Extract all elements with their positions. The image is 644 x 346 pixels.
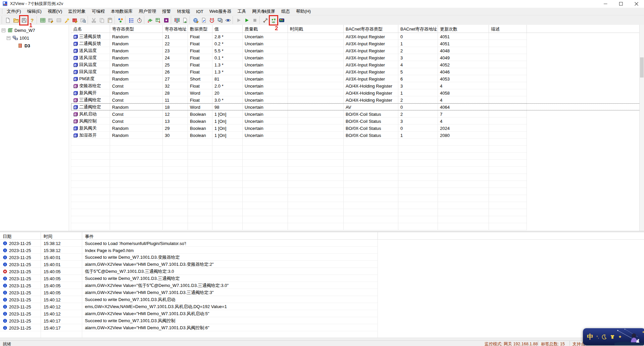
- table-vertical-scrollbar[interactable]: [639, 25, 644, 231]
- io-green-icon[interactable]: [146, 16, 154, 24]
- new-file-icon[interactable]: [4, 16, 12, 24]
- log-row[interactable]: 2023-11-2515:40:12Succeed to write Demo_…: [0, 296, 644, 303]
- menu-item-6[interactable]: 用户管理: [136, 8, 159, 15]
- minimize-button[interactable]: [598, 0, 613, 8]
- table-row-empty[interactable]: [71, 146, 644, 153]
- table-row-empty[interactable]: [71, 139, 644, 146]
- plugin-purple-icon[interactable]: [162, 16, 170, 24]
- column-header-2[interactable]: 寄存器地址: [163, 25, 188, 33]
- hmi-screen-icon[interactable]: [278, 16, 286, 24]
- table-row[interactable]: A变频器给定Const32Float2.0 *UncertainAO/4X-Ho…: [71, 82, 644, 89]
- grid-green-icon[interactable]: [39, 16, 47, 24]
- menu-item-4[interactable]: 可编程: [89, 8, 108, 15]
- menu-item-12[interactable]: 网关/触摸屏: [249, 8, 278, 15]
- table-row-empty[interactable]: [71, 209, 644, 216]
- list-blue-icon[interactable]: [127, 16, 135, 24]
- stop-gray-icon[interactable]: [251, 16, 259, 24]
- play-gray-icon[interactable]: [235, 16, 243, 24]
- table-row[interactable]: D风机启动Const12Boolean1 [On]UncertainBO/0X-…: [71, 110, 644, 117]
- table-row[interactable]: D加湿器开Random30Boolean1 [On]UncertainBO/0X…: [71, 132, 644, 139]
- table-row-empty[interactable]: [71, 160, 644, 167]
- log-row[interactable]: 2023-11-2515:40:17Succeed to write Demo_…: [0, 317, 644, 324]
- table-row-empty[interactable]: [71, 195, 644, 202]
- table-row[interactable]: D风阀控制Const13Boolean1 [On]UncertainBO/0X-…: [71, 117, 644, 125]
- computer-icon[interactable]: [216, 16, 224, 24]
- menu-item-5[interactable]: 本地数据库: [108, 8, 136, 15]
- log-row[interactable]: 2023-11-2515:40:05低于5℃@Demo_W7.1001.D3.三…: [0, 268, 644, 275]
- column-header-1[interactable]: 寄存器类型: [110, 25, 163, 33]
- save-icon[interactable]: 1: [20, 16, 28, 24]
- table-row-empty[interactable]: [71, 153, 644, 160]
- ime-moon-icon[interactable]: [602, 334, 607, 339]
- doc-edit-icon[interactable]: [200, 16, 208, 24]
- scrollbar-thumb[interactable]: [640, 57, 644, 78]
- table-row[interactable]: A回风湿度Random26Float1.3 *UncertainAI/3X-In…: [71, 68, 644, 75]
- log-horizontal-scrollbar[interactable]: [0, 338, 644, 340]
- paste-icon[interactable]: [106, 16, 114, 24]
- grid-view-icon[interactable]: [79, 16, 87, 24]
- log-row[interactable]: 2023-11-2515:38:12Succeed to Load '/home…: [0, 240, 644, 247]
- menu-item-8[interactable]: 转发端: [174, 8, 193, 15]
- grid-edit-icon[interactable]: [47, 16, 55, 24]
- column-header-4[interactable]: 值: [212, 25, 243, 33]
- play-green-icon[interactable]: [243, 16, 251, 24]
- alarm-icon[interactable]: [208, 16, 216, 24]
- table-row[interactable]: A三通阀反馈Random21Float2.8 *UncertainAI/3X-I…: [71, 33, 644, 40]
- table-row-empty[interactable]: [71, 223, 644, 230]
- menu-item-7[interactable]: 报警: [159, 8, 174, 15]
- open-folder-icon[interactable]: [12, 16, 20, 24]
- column-header-0[interactable]: 点名: [71, 25, 110, 33]
- tree-item-demo_w7[interactable]: Demo_W7: [2, 27, 35, 34]
- table-row[interactable]: A三通阀给定Const11Float3.0 *UncertainAO/4X-Ho…: [71, 96, 644, 103]
- table-row[interactable]: A二通阀给定Random18Word98UncertainAV04064: [71, 103, 644, 110]
- log-column-header-0[interactable]: 日期: [0, 232, 41, 239]
- menu-item-0[interactable]: 文件(F): [4, 8, 24, 15]
- column-header-10[interactable]: 描述: [489, 25, 527, 33]
- table-row[interactable]: A新风阀开Random28Word20UncertainAO/4X-Holdin…: [71, 89, 644, 96]
- column-header-3[interactable]: 数据类型: [188, 25, 212, 33]
- close-button[interactable]: [629, 0, 644, 8]
- table-row[interactable]: A二通阀反馈Random22Float0.2 *UncertainAI/3X-I…: [71, 40, 644, 47]
- table-row[interactable]: A送风湿度Random24Float0.1 *UncertainAI/3X-In…: [71, 54, 644, 61]
- table-row-empty[interactable]: [71, 188, 644, 195]
- ime-language-indicator[interactable]: 中: [587, 333, 593, 341]
- table-row-empty[interactable]: [71, 181, 644, 188]
- upload-up-icon[interactable]: up2: [269, 16, 278, 24]
- red-edit-icon[interactable]: [71, 16, 79, 24]
- tree-expander-icon[interactable]: [2, 29, 5, 32]
- table-row[interactable]: D新风阀关Random29Boolean1 [On]UncertainBO/0X…: [71, 125, 644, 132]
- column-header-8[interactable]: BACnet寄存器地址: [398, 25, 438, 33]
- table-row-empty[interactable]: [71, 174, 644, 181]
- log-row[interactable]: 2023-11-2515:40:05alarm,GW=X2View Value=…: [0, 289, 644, 296]
- table-row[interactable]: APM浓度Random27Short81UncertainAI/3X-Input…: [71, 75, 644, 82]
- menu-item-1[interactable]: 编辑(E): [24, 8, 45, 15]
- tree-item-1001[interactable]: 1001: [7, 35, 29, 41]
- magic-icon[interactable]: [63, 16, 71, 24]
- log-row[interactable]: 2023-11-2515:40:05alarm,GW=X2View Value=…: [0, 282, 644, 289]
- grid-gray-icon[interactable]: [55, 16, 63, 24]
- tree-expander-icon[interactable]: [7, 36, 10, 40]
- log-row[interactable]: 2023-11-2515:40:05Succeed to write Demo_…: [0, 275, 644, 282]
- monitor-object-icon[interactable]: [116, 16, 125, 24]
- log-row[interactable]: 2023-11-2515:40:01alarm,GW=X2View Value=…: [0, 261, 644, 268]
- menu-item-9[interactable]: IOT: [193, 8, 206, 15]
- column-header-5[interactable]: 质量戳: [243, 25, 288, 33]
- table-row-empty[interactable]: [71, 202, 644, 209]
- tree-item-d3[interactable]: D3: [12, 42, 30, 49]
- column-header-9[interactable]: 更新次数: [438, 25, 489, 33]
- cut-icon[interactable]: [90, 16, 98, 24]
- stopwatch-icon[interactable]: [135, 16, 143, 24]
- doc-export-icon[interactable]: [181, 16, 189, 24]
- table-row[interactable]: A送风温度Random23Float5.5 *UncertainAI/3X-In…: [71, 47, 644, 54]
- table-row-empty[interactable]: [71, 167, 644, 174]
- column-header-6[interactable]: 时间戳: [288, 25, 344, 33]
- hmi-monitor-icon[interactable]: [173, 16, 181, 24]
- ime-punctuation-icon[interactable]: °,: [596, 335, 599, 339]
- log-row[interactable]: 2023-11-2515:40:01Succeed to write Demo_…: [0, 254, 644, 261]
- copy-icon[interactable]: [98, 16, 106, 24]
- log-row[interactable]: 2023-11-2515:40:12ems,GW=X2View,NAME=Dem…: [0, 303, 644, 310]
- table-row[interactable]: A回风温度Random25Float1.3 *UncertainAI/3X-In…: [71, 61, 644, 68]
- table-row-empty[interactable]: [71, 216, 644, 223]
- log-row[interactable]: 2023-11-2515:40:17alarm,GW=X2View Value=…: [0, 324, 644, 331]
- maximize-button[interactable]: [613, 0, 629, 8]
